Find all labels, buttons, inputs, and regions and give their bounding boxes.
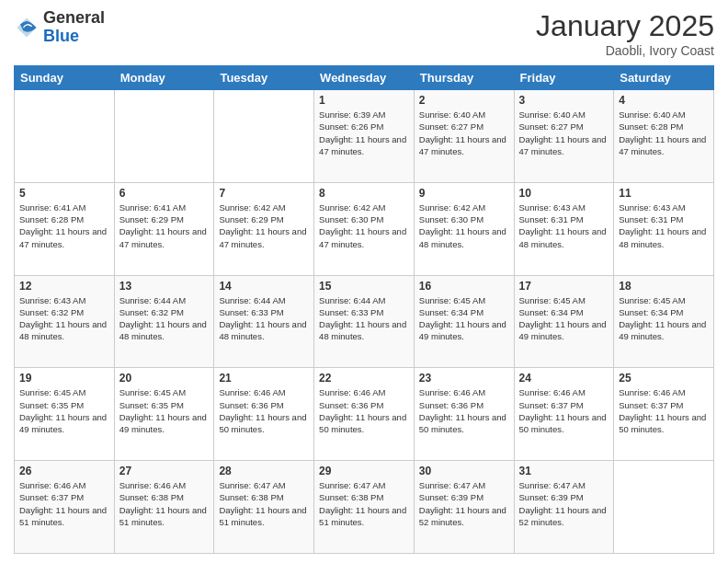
day-info: Sunrise: 6:45 AMSunset: 6:34 PMDaylight:… — [619, 294, 709, 343]
day-number: 25 — [619, 372, 709, 385]
calendar-cell: 17Sunrise: 6:45 AMSunset: 6:34 PMDayligh… — [514, 275, 614, 368]
day-info: Sunrise: 6:44 AMSunset: 6:33 PMDaylight:… — [219, 294, 309, 343]
day-number: 10 — [519, 187, 609, 200]
day-number: 16 — [419, 280, 509, 293]
calendar-cell: 25Sunrise: 6:46 AMSunset: 6:37 PMDayligh… — [614, 368, 714, 461]
day-info: Sunrise: 6:42 AMSunset: 6:29 PMDaylight:… — [219, 201, 309, 250]
day-info: Sunrise: 6:40 AMSunset: 6:27 PMDaylight:… — [519, 109, 609, 157]
day-number: 8 — [319, 187, 409, 200]
day-number: 19 — [19, 372, 109, 385]
day-info: Sunrise: 6:46 AMSunset: 6:37 PMDaylight:… — [519, 386, 609, 435]
day-info: Sunrise: 6:40 AMSunset: 6:28 PMDaylight:… — [619, 109, 709, 157]
calendar-cell: 16Sunrise: 6:45 AMSunset: 6:34 PMDayligh… — [414, 275, 514, 368]
calendar-cell: 15Sunrise: 6:44 AMSunset: 6:33 PMDayligh… — [314, 275, 415, 368]
day-number: 6 — [119, 187, 210, 200]
calendar-week-0: 1Sunrise: 6:39 AMSunset: 6:26 PMDaylight… — [15, 90, 714, 183]
calendar-cell: 18Sunrise: 6:45 AMSunset: 6:34 PMDayligh… — [614, 275, 714, 368]
calendar-cell: 30Sunrise: 6:47 AMSunset: 6:39 PMDayligh… — [414, 461, 514, 554]
day-number: 18 — [619, 280, 709, 293]
calendar-cell: 31Sunrise: 6:47 AMSunset: 6:39 PMDayligh… — [514, 461, 614, 554]
day-number: 22 — [319, 372, 409, 385]
calendar-cell — [114, 90, 214, 183]
day-info: Sunrise: 6:43 AMSunset: 6:31 PMDaylight:… — [519, 201, 609, 250]
header: General Blue January 2025 Daobli, Ivory … — [14, 9, 714, 58]
calendar-cell: 8Sunrise: 6:42 AMSunset: 6:30 PMDaylight… — [314, 182, 415, 275]
day-number: 27 — [119, 465, 210, 477]
day-info: Sunrise: 6:41 AMSunset: 6:29 PMDaylight:… — [119, 201, 210, 250]
logo: General Blue — [14, 9, 105, 46]
calendar-cell: 26Sunrise: 6:46 AMSunset: 6:37 PMDayligh… — [15, 461, 115, 554]
calendar-week-4: 26Sunrise: 6:46 AMSunset: 6:37 PMDayligh… — [15, 461, 714, 554]
calendar-cell: 23Sunrise: 6:46 AMSunset: 6:36 PMDayligh… — [414, 368, 514, 461]
page: General Blue January 2025 Daobli, Ivory … — [0, 0, 728, 563]
calendar-cell: 5Sunrise: 6:41 AMSunset: 6:28 PMDaylight… — [15, 182, 115, 275]
day-info: Sunrise: 6:42 AMSunset: 6:30 PMDaylight:… — [319, 201, 409, 250]
calendar-cell — [614, 461, 714, 554]
calendar-cell: 20Sunrise: 6:45 AMSunset: 6:35 PMDayligh… — [114, 368, 214, 461]
calendar-cell: 11Sunrise: 6:43 AMSunset: 6:31 PMDayligh… — [614, 182, 714, 275]
calendar-cell: 29Sunrise: 6:47 AMSunset: 6:38 PMDayligh… — [314, 461, 415, 554]
day-info: Sunrise: 6:41 AMSunset: 6:28 PMDaylight:… — [19, 201, 109, 250]
day-info: Sunrise: 6:42 AMSunset: 6:30 PMDaylight:… — [419, 201, 509, 250]
day-header-monday: Monday — [114, 66, 214, 90]
day-info: Sunrise: 6:47 AMSunset: 6:39 PMDaylight:… — [519, 479, 609, 528]
day-info: Sunrise: 6:43 AMSunset: 6:32 PMDaylight:… — [19, 294, 109, 343]
day-info: Sunrise: 6:45 AMSunset: 6:34 PMDaylight:… — [419, 294, 509, 343]
day-info: Sunrise: 6:47 AMSunset: 6:38 PMDaylight:… — [319, 479, 409, 528]
day-number: 3 — [519, 94, 609, 107]
day-number: 7 — [219, 187, 309, 200]
day-number: 14 — [219, 280, 309, 293]
calendar-header: SundayMondayTuesdayWednesdayThursdayFrid… — [15, 66, 714, 90]
day-number: 1 — [319, 94, 409, 107]
day-number: 20 — [119, 372, 210, 385]
calendar-cell: 9Sunrise: 6:42 AMSunset: 6:30 PMDaylight… — [414, 182, 514, 275]
day-number: 5 — [19, 187, 109, 200]
calendar-cell: 1Sunrise: 6:39 AMSunset: 6:26 PMDaylight… — [314, 90, 415, 183]
calendar-cell: 14Sunrise: 6:44 AMSunset: 6:33 PMDayligh… — [214, 275, 314, 368]
day-info: Sunrise: 6:46 AMSunset: 6:36 PMDaylight:… — [419, 386, 509, 435]
day-info: Sunrise: 6:40 AMSunset: 6:27 PMDaylight:… — [419, 109, 509, 157]
day-info: Sunrise: 6:45 AMSunset: 6:35 PMDaylight:… — [119, 386, 210, 435]
day-number: 23 — [419, 372, 509, 385]
day-header-saturday: Saturday — [614, 66, 714, 90]
day-number: 28 — [219, 465, 309, 477]
calendar-cell: 27Sunrise: 6:46 AMSunset: 6:38 PMDayligh… — [114, 461, 214, 554]
day-number: 30 — [419, 465, 509, 477]
day-info: Sunrise: 6:46 AMSunset: 6:37 PMDaylight:… — [19, 479, 109, 528]
day-number: 29 — [319, 465, 409, 477]
day-number: 2 — [419, 94, 509, 107]
calendar-cell: 3Sunrise: 6:40 AMSunset: 6:27 PMDaylight… — [514, 90, 614, 183]
day-number: 21 — [219, 372, 309, 385]
day-info: Sunrise: 6:46 AMSunset: 6:36 PMDaylight:… — [219, 386, 309, 435]
calendar-cell: 21Sunrise: 6:46 AMSunset: 6:36 PMDayligh… — [214, 368, 314, 461]
header-row: SundayMondayTuesdayWednesdayThursdayFrid… — [15, 66, 714, 90]
day-info: Sunrise: 6:47 AMSunset: 6:38 PMDaylight:… — [219, 479, 309, 528]
calendar-week-3: 19Sunrise: 6:45 AMSunset: 6:35 PMDayligh… — [15, 368, 714, 461]
calendar-cell: 12Sunrise: 6:43 AMSunset: 6:32 PMDayligh… — [15, 275, 115, 368]
day-info: Sunrise: 6:45 AMSunset: 6:34 PMDaylight:… — [519, 294, 609, 343]
calendar-cell: 22Sunrise: 6:46 AMSunset: 6:36 PMDayligh… — [314, 368, 415, 461]
day-info: Sunrise: 6:47 AMSunset: 6:39 PMDaylight:… — [419, 479, 509, 528]
logo-blue: Blue — [43, 27, 79, 45]
calendar-cell: 28Sunrise: 6:47 AMSunset: 6:38 PMDayligh… — [214, 461, 314, 554]
calendar-cell — [214, 90, 314, 183]
day-number: 4 — [619, 94, 709, 107]
calendar-week-2: 12Sunrise: 6:43 AMSunset: 6:32 PMDayligh… — [15, 275, 714, 368]
day-number: 24 — [519, 372, 609, 385]
day-number: 12 — [19, 280, 109, 293]
calendar-cell: 7Sunrise: 6:42 AMSunset: 6:29 PMDaylight… — [214, 182, 314, 275]
calendar: SundayMondayTuesdayWednesdayThursdayFrid… — [14, 65, 714, 554]
logo-icon — [14, 15, 40, 40]
subtitle: Daobli, Ivory Coast — [536, 43, 714, 58]
calendar-body: 1Sunrise: 6:39 AMSunset: 6:26 PMDaylight… — [15, 90, 714, 554]
day-info: Sunrise: 6:46 AMSunset: 6:37 PMDaylight:… — [619, 386, 709, 435]
day-info: Sunrise: 6:46 AMSunset: 6:38 PMDaylight:… — [119, 479, 210, 528]
logo-text: General Blue — [43, 9, 105, 46]
day-info: Sunrise: 6:45 AMSunset: 6:35 PMDaylight:… — [19, 386, 109, 435]
day-number: 31 — [519, 465, 609, 477]
day-info: Sunrise: 6:39 AMSunset: 6:26 PMDaylight:… — [319, 109, 409, 157]
calendar-cell: 24Sunrise: 6:46 AMSunset: 6:37 PMDayligh… — [514, 368, 614, 461]
day-info: Sunrise: 6:43 AMSunset: 6:31 PMDaylight:… — [619, 201, 709, 250]
month-title: January 2025 — [536, 9, 714, 43]
day-header-friday: Friday — [514, 66, 614, 90]
